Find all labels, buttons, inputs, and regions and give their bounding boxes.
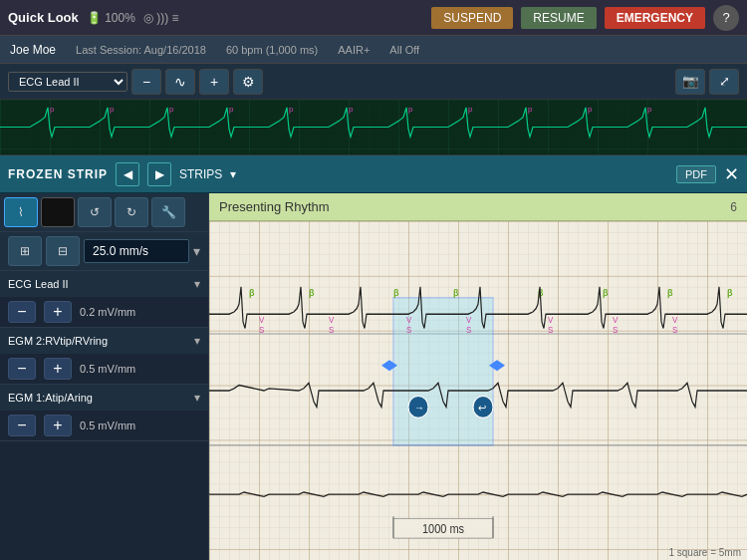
heart-rate: 60 bpm (1,000 ms) — [226, 44, 318, 56]
channel-egm1-gain-row: − + 0.5 mV/mm — [0, 411, 208, 440]
svg-text:S: S — [259, 325, 265, 335]
speed-dropdown-icon[interactable]: ▾ — [193, 243, 200, 259]
wrench-button[interactable]: 🔧 — [151, 197, 185, 227]
channel-ecg-header[interactable]: ECG Lead II ▾ — [0, 271, 208, 297]
patient-name: Joe Moe — [10, 43, 56, 57]
svg-text:p: p — [349, 105, 354, 114]
dark-tool-button[interactable] — [41, 197, 75, 227]
svg-text:S: S — [672, 325, 678, 335]
egm1-minus-gain-button[interactable]: − — [8, 415, 36, 436]
channel-egm1: EGM 1:Atip/Aring ▾ − + 0.5 mV/mm — [0, 385, 208, 441]
svg-text:p: p — [408, 105, 413, 114]
app-title: Quick Look — [8, 10, 79, 25]
tool-row: ⌇ ↺ ↻ 🔧 — [0, 193, 208, 232]
svg-text:β: β — [603, 286, 609, 297]
channel-ecg-lead-ii: ECG Lead II ▾ − + 0.2 mV/mm — [0, 271, 208, 328]
prev-strip-button[interactable]: ◀ — [116, 162, 139, 186]
pdf-button[interactable]: PDF — [676, 165, 716, 183]
resume-button[interactable]: RESUME — [521, 7, 596, 29]
minus-button[interactable]: − — [131, 69, 161, 95]
egm1-plus-gain-button[interactable]: + — [44, 415, 72, 436]
speed-display: 25.0 mm/s — [84, 239, 189, 263]
emergency-button[interactable]: EMERGENCY — [605, 7, 705, 29]
svg-text:S: S — [466, 325, 472, 335]
svg-text:p: p — [110, 105, 115, 114]
svg-text:β: β — [393, 286, 399, 297]
rhythm-header: Presenting Rhythm 6 — [209, 193, 747, 221]
channel-ecg-gain-row: − + 0.2 mV/mm — [0, 297, 208, 327]
plus-button[interactable]: + — [199, 69, 229, 95]
egm2-plus-gain-button[interactable]: + — [44, 358, 72, 380]
channel-ecg-name: ECG Lead II — [8, 278, 188, 290]
channel-egm2-header[interactable]: EGM 2:RVtip/RVring ▾ — [0, 328, 208, 354]
frozen-strip-bar: FROZEN STRIP ◀ ▶ STRIPS ▾ PDF ✕ — [0, 155, 747, 193]
channel-egm1-name: EGM 1:Atip/Aring — [8, 392, 188, 404]
undo-button[interactable]: ↺ — [78, 197, 112, 227]
lead-select[interactable]: ECG Lead II — [8, 72, 127, 92]
ecg-plus-gain-button[interactable]: + — [44, 301, 72, 323]
svg-text:1000 ms: 1000 ms — [422, 522, 464, 535]
suspend-button[interactable]: SUSPEND — [431, 7, 513, 29]
svg-text:p: p — [588, 105, 593, 114]
ecg-minus-gain-button[interactable]: − — [8, 301, 36, 323]
ecg-gain-value: 0.2 mV/mm — [80, 306, 135, 318]
battery-icon: 🔋 100% — [87, 11, 135, 25]
wave-button[interactable]: ∿ — [165, 69, 195, 95]
channel-egm2-gain-row: − + 0.5 mV/mm — [0, 354, 208, 384]
channel-egm1-arrow: ▾ — [194, 391, 200, 405]
help-button[interactable]: ? — [713, 5, 739, 31]
grid-button[interactable]: ⊞ — [8, 236, 42, 266]
svg-text:p: p — [50, 105, 55, 114]
channel-ecg-arrow: ▾ — [194, 277, 200, 291]
close-button[interactable]: ✕ — [724, 163, 739, 185]
svg-text:p: p — [289, 105, 294, 114]
svg-text:p: p — [647, 105, 652, 114]
svg-text:p: p — [528, 105, 533, 114]
svg-text:β: β — [309, 286, 315, 297]
strips-label: STRIPS — [179, 167, 222, 181]
rhythm-number: 6 — [730, 200, 737, 214]
svg-text:S: S — [613, 325, 619, 335]
camera-button[interactable]: 📷 — [675, 69, 705, 95]
signal-icon: ◎ ))) ≡ — [143, 11, 179, 25]
main-area: ⌇ ↺ ↻ 🔧 ⊞ ⊟ 25.0 mm/s ▾ ECG Lead II ▾ − … — [0, 193, 747, 560]
svg-text:p: p — [169, 105, 174, 114]
svg-text:β: β — [727, 286, 733, 297]
frozen-strip-title: FROZEN STRIP — [8, 167, 108, 181]
left-panel: ⌇ ↺ ↻ 🔧 ⊞ ⊟ 25.0 mm/s ▾ ECG Lead II ▾ − … — [0, 193, 209, 560]
redo-button[interactable]: ↻ — [115, 197, 148, 227]
rhythm-title: Presenting Rhythm — [219, 199, 330, 214]
egm2-gain-value: 0.5 mV/mm — [80, 363, 135, 375]
svg-text:S: S — [548, 325, 554, 335]
scale-note: 1 square = 5mm — [668, 547, 741, 558]
channel-egm2-arrow: ▾ — [194, 334, 200, 348]
channel-egm1-header[interactable]: EGM 1:Atip/Aring ▾ — [0, 385, 208, 411]
settings-button[interactable]: ⚙ — [233, 69, 263, 95]
right-panel: Presenting Rhythm 6 — [209, 193, 747, 560]
svg-text:S: S — [406, 325, 412, 335]
pacing-mode: AAIR+ — [338, 44, 370, 56]
ecg-controls-bar: ECG Lead II − ∿ + ⚙ 📷 ⤢ — [0, 64, 747, 100]
all-off-label: All Off — [389, 44, 419, 56]
egm2-minus-gain-button[interactable]: − — [8, 358, 36, 380]
strip-button[interactable]: ⊟ — [46, 236, 80, 266]
top-bar: Quick Look 🔋 100% ◎ ))) ≡ SUSPEND RESUME… — [0, 0, 747, 36]
svg-text:p: p — [468, 105, 473, 114]
channel-egm2: EGM 2:RVtip/RVring ▾ − + 0.5 mV/mm — [0, 328, 208, 385]
ecg-chart: β β β β β β β β V S V S V S V S V S V — [209, 221, 747, 560]
next-strip-button[interactable]: ▶ — [147, 162, 171, 186]
svg-text:β: β — [249, 286, 255, 297]
expand-button[interactable]: ⤢ — [709, 69, 739, 95]
svg-text:↩: ↩ — [478, 402, 486, 413]
session-info: Last Session: Aug/16/2018 — [76, 44, 206, 56]
svg-text:→: → — [414, 402, 424, 413]
svg-text:β: β — [667, 286, 673, 297]
channel-egm2-name: EGM 2:RVtip/RVring — [8, 335, 188, 347]
svg-text:β: β — [453, 286, 459, 297]
svg-text:p: p — [229, 105, 234, 114]
ecg-top-strip: p p p p p p p p p p p — [0, 100, 747, 155]
caliper-tool-button[interactable]: ⌇ — [4, 197, 38, 227]
patient-bar: Joe Moe Last Session: Aug/16/2018 60 bpm… — [0, 36, 747, 64]
egm1-gain-value: 0.5 mV/mm — [80, 420, 135, 431]
strips-dropdown[interactable]: ▾ — [230, 167, 236, 181]
